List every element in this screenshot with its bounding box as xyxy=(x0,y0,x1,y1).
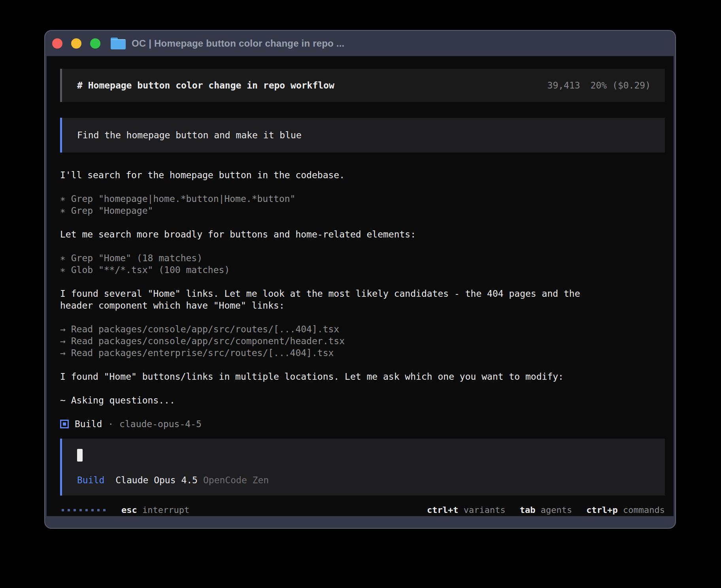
agent-icon xyxy=(60,420,69,428)
assistant-text: I'll search for the homepage button in t… xyxy=(60,169,665,181)
traffic-light-close[interactable] xyxy=(52,38,62,49)
assistant-text: header component which have "Home" links… xyxy=(60,300,665,311)
tool-call-glob: ∗ Glob "**/*.tsx" (100 matches) xyxy=(60,264,665,276)
agent-mode-label: Build xyxy=(77,474,104,486)
hint-interrupt: esc interrupt xyxy=(121,504,189,516)
assistant-text: I found "Home" buttons/links in multiple… xyxy=(60,371,665,383)
window-titlebar[interactable]: OC | Homepage button color change in rep… xyxy=(47,31,674,56)
hint-variants: ctrl+t variants xyxy=(427,504,506,516)
session-title: # Homepage button color change in repo w… xyxy=(77,79,334,91)
tool-call-grep: ∗ Grep "Homepage" xyxy=(60,205,665,217)
traffic-light-zoom[interactable] xyxy=(90,38,100,49)
traffic-light-minimize[interactable] xyxy=(71,38,81,49)
hint-commands: ctrl+p commands xyxy=(586,504,665,516)
separator-dot: · xyxy=(108,418,113,430)
tool-call-grep: ∗ Grep "Home" (18 matches) xyxy=(60,252,665,264)
context-usage: 20% ($0.29) xyxy=(591,79,651,91)
agent-name: Build xyxy=(75,418,102,430)
assistant-text: Let me search more broadly for buttons a… xyxy=(60,228,665,240)
tool-call-read: → Read packages/console/app/src/componen… xyxy=(60,335,665,347)
app-window: OC | Homepage button color change in rep… xyxy=(44,30,676,529)
token-count: 39,413 xyxy=(547,79,580,91)
agent-status-line: Build · claude-opus-4-5 xyxy=(60,418,665,430)
status-footer: esc interrupt ctrl+t variants tab agents… xyxy=(60,504,665,516)
text-cursor xyxy=(77,449,83,462)
session-header: # Homepage button color change in repo w… xyxy=(60,69,665,102)
user-message-text: Find the homepage button and make it blu… xyxy=(77,129,302,141)
traffic-lights xyxy=(52,38,100,49)
window-title: OC | Homepage button color change in rep… xyxy=(132,38,344,49)
session-stats: 39,413 20% ($0.29) xyxy=(547,79,651,91)
footer-shortcuts: ctrl+t variants tab agents ctrl+p comman… xyxy=(427,504,665,516)
progress-dots xyxy=(62,509,106,511)
terminal-content[interactable]: # Homepage button color change in repo w… xyxy=(47,56,674,516)
user-message: Find the homepage button and make it blu… xyxy=(60,118,665,153)
folder-icon xyxy=(111,38,126,49)
tool-call-read: → Read packages/console/app/src/routes/[… xyxy=(60,323,665,335)
assistant-text: I found several "Home" links. Let me loo… xyxy=(60,288,665,300)
prompt-input[interactable]: Build Claude Opus 4.5 OpenCode Zen xyxy=(60,439,665,496)
tool-call-read: → Read packages/enterprise/src/routes/[.… xyxy=(60,347,665,359)
hint-agents: tab agents xyxy=(520,504,572,516)
assistant-status-text: ~ Asking questions... xyxy=(60,394,665,406)
transcript: I'll search for the homepage button in t… xyxy=(60,169,665,430)
model-label: Claude Opus 4.5 xyxy=(115,474,198,486)
provider-label: OpenCode Zen xyxy=(203,474,269,486)
model-id: claude-opus-4-5 xyxy=(119,418,202,430)
tool-call-grep: ∗ Grep "homepage|home.*button|Home.*butt… xyxy=(60,193,665,205)
input-meta: Build Claude Opus 4.5 OpenCode Zen xyxy=(77,474,650,486)
